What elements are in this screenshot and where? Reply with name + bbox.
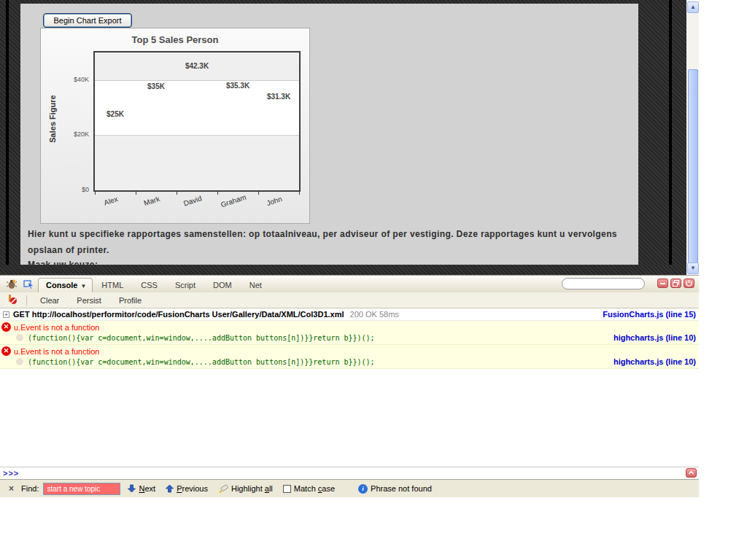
chart-plot-area: $25K$35K$42.3K$35.3K$31.3K: [93, 51, 301, 192]
vertical-scrollbar[interactable]: ▲ ▼: [687, 1, 699, 274]
open-command-editor-icon[interactable]: [686, 468, 697, 478]
y-tick-label: $20K: [41, 131, 89, 138]
error-message: u.Event is not a function: [14, 323, 99, 332]
tab-css[interactable]: CSS: [132, 279, 166, 292]
scrollbar-thumb[interactable]: [688, 69, 698, 263]
minimize-icon[interactable]: [657, 279, 668, 288]
page-description: Hier kunt u specifieke rapportages samen…: [28, 226, 629, 258]
highlighter-icon: [218, 484, 228, 493]
scroll-down-button[interactable]: ▼: [687, 262, 699, 274]
clear-button[interactable]: Clear: [33, 295, 66, 306]
x-axis-tick: [95, 192, 96, 195]
tab-script[interactable]: Script: [166, 279, 204, 292]
gridline: [95, 80, 299, 81]
breakpoint-circle-icon[interactable]: [16, 334, 23, 341]
y-tick-label: $40K: [41, 76, 89, 83]
error-source-code: (function(){var c=document,win=window,..…: [28, 334, 375, 342]
arrow-up-icon: [166, 484, 174, 493]
page-dark-border-right-inner: [638, 0, 669, 275]
find-toolbar: × Find: Next Previous Highligh: [0, 479, 699, 497]
firebug-panel: Console▼ HTML CSS Script DOM Net: [0, 275, 699, 497]
source-link[interactable]: highcharts.js (line 10): [614, 357, 696, 366]
console-error-entry: ✕ u.Event is not a function (function(){…: [0, 321, 699, 345]
close-icon[interactable]: [684, 279, 694, 288]
close-find-bar-icon[interactable]: ×: [6, 483, 17, 494]
error-message: u.Event is not a function: [14, 347, 99, 356]
match-case-checkbox[interactable]: Match case: [280, 484, 338, 493]
error-icon: ✕: [1, 322, 11, 332]
console-dropdown-caret[interactable]: ▼: [80, 283, 86, 289]
command-line-input[interactable]: [23, 469, 696, 478]
detach-window-icon[interactable]: [670, 279, 681, 288]
expand-icon[interactable]: +: [3, 311, 9, 318]
browser-window: Begin Chart Export Top 5 Sales Person Sa…: [0, 0, 699, 497]
command-prompt: >>>: [3, 469, 19, 478]
x-axis-tick: [299, 192, 300, 195]
x-axis-tick: [217, 192, 218, 195]
page-dark-border-bottom: [0, 265, 686, 275]
request-status: 200 OK 58ms: [350, 310, 399, 319]
x-axis-tick: [258, 192, 259, 195]
break-on-errors-icon[interactable]: [4, 293, 19, 306]
plot-band: [95, 135, 299, 190]
network-request-row[interactable]: + GET http://localhost/performitor/code/…: [0, 308, 699, 321]
tab-console[interactable]: Console▼: [38, 278, 93, 292]
tab-console-label: Console: [46, 281, 77, 289]
chart-title: Top 5 Sales Person: [41, 34, 309, 45]
console-error-entry: ✕ u.Event is not a function (function(){…: [0, 345, 699, 369]
find-label: Find:: [21, 484, 39, 493]
profile-button[interactable]: Profile: [112, 295, 149, 306]
data-value-label: $25K: [90, 110, 141, 118]
page-dark-border-right-outer: [672, 0, 686, 275]
inspect-element-icon[interactable]: [22, 278, 36, 291]
source-link[interactable]: highcharts.js (line 10): [614, 333, 696, 342]
data-value-label: $35.3K: [212, 82, 263, 90]
tab-dom[interactable]: DOM: [204, 279, 241, 292]
tab-html[interactable]: HTML: [93, 279, 132, 292]
error-icon: ✕: [1, 346, 11, 356]
firebug-options-bar: Clear Persist Profile: [0, 292, 699, 308]
page-choice-label: Maak uw keuze:: [28, 260, 98, 270]
find-input[interactable]: [43, 483, 120, 495]
begin-chart-export-button[interactable]: Begin Chart Export: [44, 14, 131, 27]
x-axis-tick: [136, 192, 136, 195]
y-axis-title: Sales Figure: [48, 90, 57, 148]
find-status: i Phrase not found: [355, 484, 435, 494]
breakpoint-circle-icon[interactable]: [16, 358, 23, 365]
checkbox-icon[interactable]: [283, 485, 291, 493]
chart-panel: Top 5 Sales Person Sales Figure $25K$35K…: [40, 28, 310, 224]
page-dark-border-left-outer: [0, 0, 6, 275]
request-method-url: GET http://localhost/performitor/code/Fu…: [13, 310, 344, 319]
data-value-label: $35K: [131, 82, 182, 90]
console-command-line[interactable]: >>>: [0, 467, 699, 479]
tab-net[interactable]: Net: [241, 279, 271, 292]
y-tick-label: $0: [41, 186, 89, 193]
persist-button[interactable]: Persist: [69, 295, 109, 306]
error-source-code: (function(){var c=document,win=window,..…: [28, 358, 375, 366]
firebug-bug-icon[interactable]: [4, 278, 19, 291]
data-value-label: $42.3K: [171, 62, 222, 70]
data-value-label: $31.3K: [253, 93, 304, 101]
page-content: Begin Chart Export Top 5 Sales Person Sa…: [20, 4, 638, 265]
source-link[interactable]: FusionCharts.js (line 15): [603, 310, 696, 319]
find-next-button[interactable]: Next: [125, 484, 158, 493]
page-dark-border-left-inner: [9, 0, 20, 275]
firebug-search-input[interactable]: [562, 278, 645, 289]
toolbar-separator: [26, 295, 27, 306]
firebug-window-buttons: [657, 279, 694, 288]
arrow-down-icon: [128, 484, 136, 493]
firebug-tab-bar: Console▼ HTML CSS Script DOM Net: [0, 276, 699, 292]
highlight-all-button[interactable]: Highlight all: [215, 484, 276, 493]
info-icon: i: [358, 484, 368, 494]
find-previous-button[interactable]: Previous: [163, 484, 211, 493]
gridline: [95, 135, 299, 136]
browser-viewport: Begin Chart Export Top 5 Sales Person Sa…: [0, 0, 699, 275]
console-log-area: + GET http://localhost/performitor/code/…: [0, 308, 699, 467]
scroll-up-button[interactable]: ▲: [687, 1, 699, 13]
x-axis-tick: [177, 192, 177, 195]
